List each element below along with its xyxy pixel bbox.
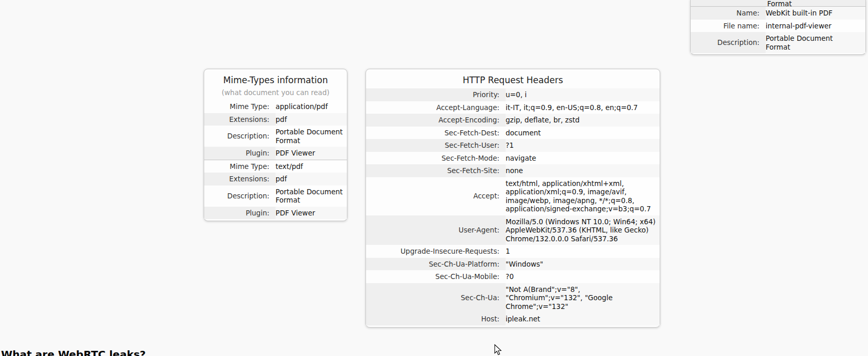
row-label: Accept-Language: xyxy=(366,101,506,114)
mime-panel-title: Mime-Types information xyxy=(204,69,347,88)
table-row: Sec-Fetch-Dest: document xyxy=(366,127,660,140)
row-value: "Windows" xyxy=(506,258,660,271)
row-value: Mozilla/5.0 (Windows NT 10.0; Win64; x64… xyxy=(506,215,660,245)
row-label: Sec-Fetch-User: xyxy=(366,139,506,152)
table-row: Name: WebKit built-in PDF xyxy=(691,7,865,20)
row-value: Portable Document Format xyxy=(276,126,347,147)
row-label: Mime Type: xyxy=(204,160,276,173)
row-label: User-Agent: xyxy=(366,215,506,245)
row-value: Portable Document Format xyxy=(276,185,347,207)
row-label: Sec-Fetch-Dest: xyxy=(366,127,506,140)
table-row: Sec-Ch-Ua-Mobile: ?0 xyxy=(366,270,660,283)
row-label: Sec-Ch-Ua-Mobile: xyxy=(366,270,506,283)
row-value: ipleak.net xyxy=(506,313,660,326)
plugin-info-table: Name: WebKit built-in PDF File name: int… xyxy=(691,7,865,53)
table-row: Accept: text/html, application/xhtml+xml… xyxy=(366,177,660,215)
table-row: Upgrade-Insecure-Requests: 1 xyxy=(366,245,660,258)
row-label: Description: xyxy=(204,185,276,207)
table-row: Mime Type: application/pdf xyxy=(204,100,347,113)
row-value: none xyxy=(506,164,660,177)
plugins-info-panel: Format Name: WebKit built-in PDF File na… xyxy=(690,0,866,55)
table-row: Extensions: pdf xyxy=(204,113,347,126)
row-label: Plugin: xyxy=(204,207,276,220)
table-row: Extensions: pdf xyxy=(204,173,347,185)
table-row: Sec-Fetch-User: ?1 xyxy=(366,139,660,152)
row-label: Name: xyxy=(691,7,766,20)
table-row: Plugin: PDF Viewer xyxy=(204,147,347,160)
table-row: Sec-Ch-Ua-Platform: "Windows" xyxy=(366,258,660,271)
row-value: navigate xyxy=(506,152,660,165)
row-label: Sec-Ch-Ua-Platform: xyxy=(366,258,506,271)
row-label: Sec-Fetch-Site: xyxy=(366,164,506,177)
row-label: Sec-Ch-Ua: xyxy=(366,283,506,313)
row-label: Upgrade-Insecure-Requests: xyxy=(366,245,506,258)
clipped-description-value: Format xyxy=(691,0,865,7)
table-row: Sec-Fetch-Site: none xyxy=(366,164,660,177)
mime-panel-subtitle: (what document you can read) xyxy=(204,88,347,100)
row-value: pdf xyxy=(276,113,347,126)
table-row: Plugin: PDF Viewer xyxy=(204,207,347,220)
row-value: text/html, application/xhtml+xml, applic… xyxy=(506,177,660,215)
http-request-headers-panel: HTTP Request Headers Priority: u=0, i Ac… xyxy=(366,69,660,328)
row-label: Mime Type: xyxy=(204,100,276,113)
row-value: ?1 xyxy=(506,139,660,152)
table-row: Mime Type: text/pdf xyxy=(204,160,347,173)
row-value: document xyxy=(506,127,660,140)
table-row: Description: Portable Document Format xyxy=(204,126,347,147)
row-value: PDF Viewer xyxy=(276,207,347,220)
row-label: Priority: xyxy=(366,88,506,101)
table-row: Description: Portable Document Format xyxy=(204,185,347,207)
row-label: Extensions: xyxy=(204,173,276,185)
row-value: u=0, i xyxy=(506,88,660,101)
row-value: PDF Viewer xyxy=(276,147,347,160)
row-label: Host: xyxy=(366,313,506,326)
table-row: Sec-Ch-Ua: "Not A(Brand";v="8", "Chromiu… xyxy=(366,283,660,313)
row-value: text/pdf xyxy=(276,160,347,173)
table-row: Description: Portable Document Format xyxy=(691,32,865,53)
row-value: WebKit built-in PDF xyxy=(766,7,865,20)
row-value: gzip, deflate, br, zstd xyxy=(506,114,660,127)
table-row: Host: ipleak.net xyxy=(366,313,660,326)
row-label: Description: xyxy=(691,32,766,53)
headers-panel-title: HTTP Request Headers xyxy=(366,69,660,88)
row-label: Accept: xyxy=(366,177,506,215)
row-label: File name: xyxy=(691,20,766,33)
row-label: Accept-Encoding: xyxy=(366,114,506,127)
row-value: internal-pdf-viewer xyxy=(766,20,865,33)
table-row: Accept-Encoding: gzip, deflate, br, zstd xyxy=(366,114,660,127)
row-value: "Not A(Brand";v="8", "Chromium";v="132",… xyxy=(506,283,660,313)
row-label: Description: xyxy=(204,126,276,147)
row-value: 1 xyxy=(506,245,660,258)
mime-group-2: Mime Type: text/pdf Extensions: pdf Desc… xyxy=(204,160,347,219)
row-label: Plugin: xyxy=(204,147,276,160)
row-label: Extensions: xyxy=(204,113,276,126)
http-headers-table: Priority: u=0, i Accept-Language: it-IT,… xyxy=(366,88,660,326)
mouse-cursor-icon xyxy=(494,344,502,356)
row-value: it-IT, it;q=0.9, en-US;q=0.8, en;q=0.7 xyxy=(506,101,660,114)
table-row: File name: internal-pdf-viewer xyxy=(691,20,865,33)
table-row: User-Agent: Mozilla/5.0 (Windows NT 10.0… xyxy=(366,215,660,245)
table-row: Priority: u=0, i xyxy=(366,88,660,101)
row-value: Portable Document Format xyxy=(766,32,865,53)
webrtc-leaks-heading: What are WebRTC leaks? xyxy=(1,348,146,356)
mime-group-1: Mime Type: application/pdf Extensions: p… xyxy=(204,100,347,160)
row-value: application/pdf xyxy=(276,100,347,113)
row-value: ?0 xyxy=(506,270,660,283)
row-value: pdf xyxy=(276,173,347,185)
row-label: Sec-Fetch-Mode: xyxy=(366,152,506,165)
table-row: Accept-Language: it-IT, it;q=0.9, en-US;… xyxy=(366,101,660,114)
table-row: Sec-Fetch-Mode: navigate xyxy=(366,152,660,165)
mime-types-panel: Mime-Types information (what document yo… xyxy=(204,69,347,221)
